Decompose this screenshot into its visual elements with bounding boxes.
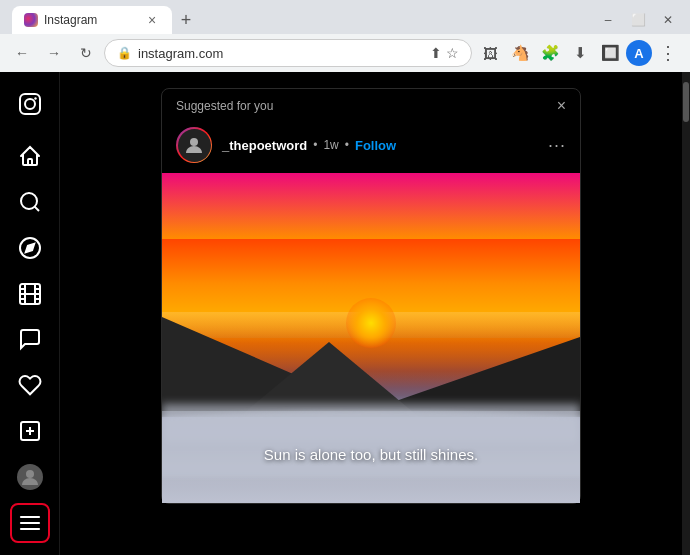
tab-close-button[interactable]: × [144,12,160,28]
download-icon[interactable]: ⬇ [566,39,594,67]
svg-point-2 [34,97,36,99]
post-suggested-header: Suggested for you × [162,89,580,121]
svg-point-1 [25,99,35,109]
post-dot: • [313,138,317,152]
sidebar-item-menu[interactable] [10,503,50,543]
scrollbar-track[interactable] [682,72,690,555]
post-image-bg: Sun is alone too, but still shines. [162,173,580,503]
post-username[interactable]: _thepoetword [222,138,307,153]
forward-button[interactable]: → [40,39,68,67]
tab-favicon [24,13,38,27]
share-icon[interactable]: ⬆ [430,45,442,61]
post-avatar[interactable] [176,127,212,163]
restore-button[interactable]: ⬜ [624,9,652,31]
sidebar-item-create[interactable] [10,411,50,451]
puzzle-icon[interactable]: 🧩 [536,39,564,67]
url-text: instagram.com [138,46,424,61]
post-time: 1w [323,138,338,152]
active-tab[interactable]: Instagram × [12,6,172,34]
post-image: Sun is alone too, but still shines. [162,173,580,503]
feed-content: Suggested for you × _thepoetword • 1w • … [60,72,682,555]
instagram-logo[interactable] [10,84,50,124]
address-bar[interactable]: 🔒 instagram.com ⬆ ☆ [104,39,472,67]
tab-bar: Instagram × + – ⬜ ✕ [0,0,690,34]
svg-point-22 [190,138,198,146]
new-tab-button[interactable]: + [172,6,200,34]
post-card: Suggested for you × _thepoetword • 1w • … [161,88,581,504]
tab-title: Instagram [44,13,138,27]
post-meta: _thepoetword • 1w • Follow [222,138,538,153]
svg-line-4 [34,206,38,210]
extension-icon-2[interactable]: 🐴 [506,39,534,67]
post-header: _thepoetword • 1w • Follow ··· [162,121,580,173]
post-avatar-inner [178,129,211,162]
minimize-button[interactable]: – [594,9,622,31]
lock-icon: 🔒 [117,46,132,60]
browser-menu-button[interactable]: ⋮ [654,39,682,67]
follow-button[interactable]: Follow [355,138,396,153]
svg-marker-6 [25,243,33,251]
bookmark-icon[interactable]: ☆ [446,45,459,61]
profile-avatar [17,464,43,490]
sidebar-item-reels[interactable] [10,274,50,314]
extension-icon-1[interactable]: 🖼 [476,39,504,67]
sidebar-item-messages[interactable] [10,320,50,360]
cloud-layer-2 [162,411,580,477]
sidebar-item-home[interactable] [10,136,50,176]
sidebar-item-notifications[interactable] [10,365,50,405]
suggested-label: Suggested for you [176,99,273,113]
svg-point-3 [21,193,37,209]
extension-icon-3[interactable]: 🔲 [596,39,624,67]
sidebar-item-search[interactable] [10,182,50,222]
scrollbar-thumb[interactable] [683,82,689,122]
sidebar [0,72,60,555]
profile-button[interactable]: A [626,40,652,66]
app-area: Suggested for you × _thepoetword • 1w • … [0,72,690,555]
svg-rect-0 [20,94,40,114]
toolbar-actions: 🖼 🐴 🧩 ⬇ 🔲 A ⋮ [476,39,682,67]
post-caption: Sun is alone too, but still shines. [162,446,580,463]
svg-point-18 [26,470,34,478]
browser-chrome: Instagram × + – ⬜ ✕ ← → ↻ 🔒 instagram.co… [0,0,690,72]
sidebar-item-profile[interactable] [10,457,50,497]
post-more-button[interactable]: ··· [548,135,566,156]
post-close-button[interactable]: × [557,97,566,115]
browser-toolbar: ← → ↻ 🔒 instagram.com ⬆ ☆ 🖼 🐴 🧩 ⬇ 🔲 A ⋮ [0,34,690,72]
sidebar-item-explore[interactable] [10,228,50,268]
post-dot-2: • [345,138,349,152]
close-window-button[interactable]: ✕ [654,9,682,31]
refresh-button[interactable]: ↻ [72,39,100,67]
back-button[interactable]: ← [8,39,36,67]
